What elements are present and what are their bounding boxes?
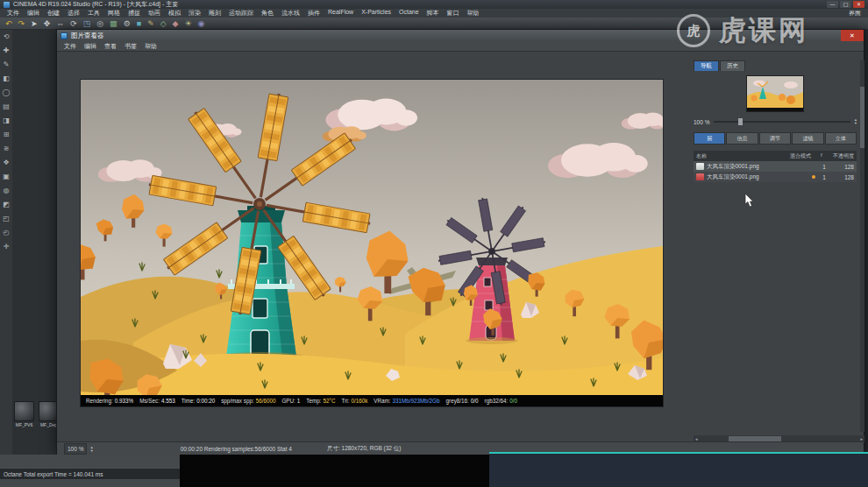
- cylinder-tool-icon[interactable]: ◨: [3, 117, 10, 124]
- select-icon[interactable]: ➤: [31, 18, 38, 30]
- rotate-icon[interactable]: ⟳: [70, 18, 77, 30]
- box-tool-icon[interactable]: ◧: [3, 75, 10, 82]
- undo-icon[interactable]: ↶: [5, 18, 12, 30]
- menu-item[interactable]: 窗口: [447, 9, 459, 18]
- layer-opacity[interactable]: 128: [833, 164, 854, 170]
- material-item[interactable]: MF_PV6: [14, 401, 34, 427]
- picture-viewer-menu-item[interactable]: 书签: [125, 42, 137, 51]
- generator-icon[interactable]: ◇: [160, 18, 167, 30]
- zoom-slider-handle[interactable]: [738, 118, 743, 125]
- panel-tab[interactable]: 导航: [694, 60, 719, 71]
- live-selection-icon[interactable]: ⟲: [4, 33, 10, 40]
- zoom-value: 100 %: [694, 119, 709, 125]
- viewer-zoom-stepper[interactable]: ▴▾: [90, 446, 92, 453]
- menu-item[interactable]: 捕捉: [128, 9, 140, 18]
- light-icon[interactable]: ☀: [185, 18, 192, 30]
- menu-item[interactable]: X-Particles: [361, 9, 391, 18]
- axis-icon[interactable]: ◎: [96, 18, 103, 30]
- menu-item[interactable]: 网格: [108, 9, 120, 18]
- menu-item[interactable]: 脚本: [427, 9, 439, 18]
- menu-item[interactable]: 工具: [88, 9, 100, 18]
- menu-item[interactable]: 创建: [47, 9, 60, 18]
- panel-tab[interactable]: 历史: [720, 60, 745, 71]
- zoom-row: 100 % ▴▾: [694, 118, 857, 125]
- panel-subtab[interactable]: 滤镜: [792, 132, 823, 145]
- disc-icon[interactable]: ◍: [4, 187, 10, 194]
- panel-subtab[interactable]: 层: [694, 132, 725, 145]
- menu-item[interactable]: 流水线: [281, 9, 300, 18]
- cross-icon[interactable]: ✛: [4, 244, 10, 251]
- layer-opacity[interactable]: 128: [833, 174, 854, 180]
- add-icon[interactable]: ✚: [4, 47, 10, 54]
- layer-blend[interactable]: 1: [818, 164, 830, 170]
- menu-item[interactable]: 角色: [261, 9, 274, 18]
- pen-icon[interactable]: ✎: [4, 61, 10, 68]
- panel-subtab[interactable]: 立体: [825, 132, 857, 145]
- menu-item[interactable]: 编辑: [27, 9, 39, 18]
- panel-subtab[interactable]: 信息: [726, 132, 758, 145]
- render-stat: spp/max spp: 56/6000: [221, 398, 275, 404]
- picture-viewer-close-button[interactable]: ✕: [841, 30, 864, 41]
- picture-viewer-menu-item[interactable]: 查看: [104, 42, 117, 51]
- viewer-zoom-value[interactable]: 100 %: [64, 443, 87, 455]
- half-square-icon[interactable]: ◩: [3, 201, 10, 208]
- menu-item[interactable]: 动画: [148, 9, 160, 18]
- render-view-icon[interactable]: ▦: [110, 18, 117, 30]
- quad-icon[interactable]: ◰: [3, 215, 10, 222]
- menu-item[interactable]: 模拟: [168, 9, 181, 18]
- maximize-button[interactable]: ▢: [840, 1, 851, 8]
- layer-list-header: 名称 混合模式 f 不透明度: [694, 151, 857, 161]
- scale-icon[interactable]: ⇔: [56, 18, 64, 30]
- layer-name: 大风车渲染0001.png: [707, 173, 809, 181]
- navigator-thumbnail[interactable]: [746, 75, 804, 112]
- menu-item[interactable]: 选择: [68, 9, 80, 18]
- gem-icon[interactable]: ❖: [3, 159, 9, 166]
- octane-status-text: Octane Total export Time = 140.041 ms: [4, 471, 103, 477]
- minimize-button[interactable]: —: [827, 1, 838, 8]
- render-stat: VRam: 331Mb/923Mb/2Gb: [374, 398, 439, 404]
- zoom-stepper[interactable]: ▴▾: [855, 118, 857, 125]
- layer-row[interactable]: 大风车渲染0001.png 1 128: [694, 172, 857, 182]
- chip-icon[interactable]: ▣: [3, 173, 10, 180]
- coordinates-icon[interactable]: ◳: [83, 18, 91, 30]
- clock-icon[interactable]: ◴: [4, 229, 10, 236]
- panel-vertical-scrollbar[interactable]: [860, 60, 864, 432]
- menu-item[interactable]: 渲染: [189, 9, 201, 18]
- sphere-tool-icon[interactable]: ◯: [3, 89, 11, 96]
- panel-subtab[interactable]: 调节: [759, 132, 791, 145]
- menu-item[interactable]: 运动跟踪: [229, 9, 253, 18]
- picture-viewer-menu-item[interactable]: 编辑: [84, 42, 96, 51]
- picture-viewer-menu-item[interactable]: 文件: [64, 42, 76, 51]
- picture-viewer-content: Rendering: 0.933% Ms/Sec: 4.553 Time: 0:…: [57, 52, 864, 454]
- picture-viewer-right-panel: 导航历史 100 % ▴▾: [694, 60, 857, 432]
- wave-icon[interactable]: ≋: [4, 145, 10, 152]
- render-stat: Rendering: 0.933%: [86, 398, 133, 404]
- menu-item[interactable]: Octane: [399, 9, 419, 18]
- grid-icon[interactable]: ⊞: [4, 131, 10, 138]
- move-icon[interactable]: ✥: [44, 18, 51, 30]
- redo-icon[interactable]: ↷: [18, 18, 25, 30]
- menu-interface[interactable]: 界面: [849, 9, 861, 18]
- scrollbar-thumb[interactable]: [860, 87, 864, 148]
- render-settings-icon[interactable]: ⚙: [124, 18, 131, 30]
- primitive-cube-icon[interactable]: ■: [137, 18, 141, 30]
- menu-item[interactable]: RealFlow: [328, 9, 353, 18]
- bottom-navy-strip: [489, 452, 868, 487]
- layer-row[interactable]: 大风车渲染0001.png 1 128: [694, 161, 857, 172]
- close-button[interactable]: ✕: [853, 1, 864, 8]
- image-size-text: 尺寸: 1280x720, RGB (32 位): [327, 445, 402, 453]
- zoom-slider[interactable]: [714, 121, 850, 123]
- material-thumbnail[interactable]: [14, 401, 34, 421]
- spline-pen-icon[interactable]: ✎: [147, 18, 154, 30]
- material-manager: MF_PV6 MF_Dep: [14, 401, 59, 427]
- picture-viewer-menu-item[interactable]: 帮助: [145, 42, 157, 51]
- plane-tool-icon[interactable]: ▤: [3, 103, 10, 110]
- menu-item[interactable]: 帮助: [467, 9, 480, 18]
- menu-item[interactable]: 插件: [308, 9, 320, 18]
- layer-blend[interactable]: 1: [818, 174, 830, 180]
- deformer-icon[interactable]: ◆: [173, 18, 179, 30]
- menu-item[interactable]: 雕刻: [209, 9, 221, 18]
- menu-item[interactable]: 文件: [7, 9, 19, 18]
- camera-icon[interactable]: ◉: [198, 18, 205, 30]
- picture-viewer-icon: [60, 32, 68, 39]
